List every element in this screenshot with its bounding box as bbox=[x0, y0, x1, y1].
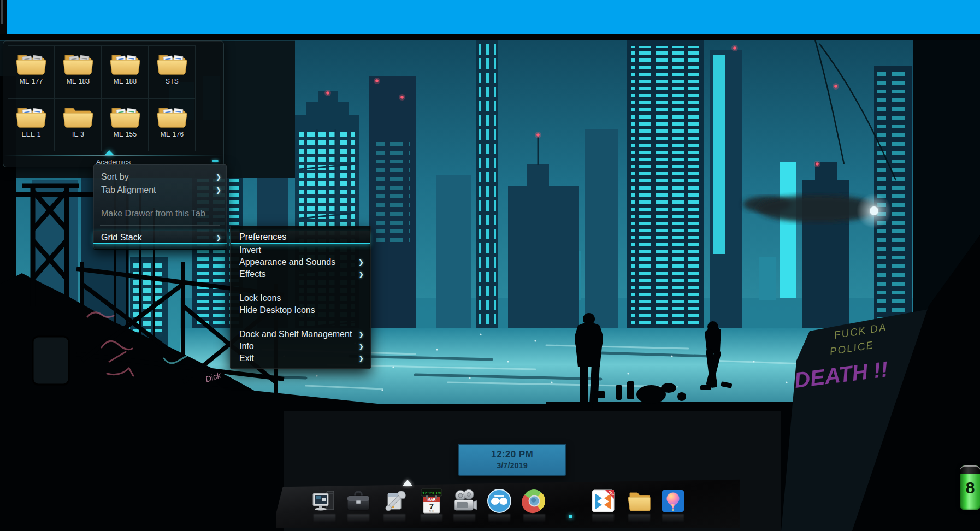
submenu-item-lock-icons[interactable]: Lock Icons bbox=[231, 292, 370, 304]
folder-label: ME 155 bbox=[114, 131, 137, 138]
folder-icon: PDF bbox=[157, 51, 187, 76]
folder-label: EEE 1 bbox=[21, 131, 40, 138]
folder-icon: PDF bbox=[110, 104, 140, 129]
folder-shortcut[interactable]: PDF ME 177 bbox=[8, 45, 55, 98]
folder-icon[interactable] bbox=[627, 488, 652, 514]
submenu-item-appearance-and-sounds[interactable]: Appearance and Sounds ❯ bbox=[231, 256, 370, 268]
submenu-item-preferences[interactable]: Preferences bbox=[231, 231, 370, 244]
dock: 12:20 PM MAR 7 THU bbox=[276, 476, 740, 529]
submenu-group-gap bbox=[231, 280, 370, 292]
folder-shortcut[interactable]: PDF ME 176 bbox=[149, 98, 196, 151]
battery-widget[interactable]: 8 bbox=[960, 465, 980, 510]
calendar-clock-icon[interactable]: 12:20 PM MAR 7 THU bbox=[419, 488, 444, 514]
folder-label: ME 183 bbox=[67, 78, 90, 85]
settings-wrench-icon[interactable] bbox=[382, 488, 407, 514]
folder-shortcut[interactable]: PDF ME 155 bbox=[102, 98, 149, 151]
svg-text:12:20 PM: 12:20 PM bbox=[422, 491, 441, 495]
submenu-item-dock-and-shelf-management[interactable]: Dock and Shelf Management ❯ bbox=[231, 328, 370, 340]
folder-icon: PDF bbox=[16, 104, 46, 129]
submenu-item-invert[interactable]: Invert bbox=[231, 244, 370, 256]
running-indicator-dot bbox=[569, 515, 572, 518]
chrome-browser-icon[interactable] bbox=[522, 488, 547, 514]
maps-balloon-icon[interactable] bbox=[660, 488, 686, 514]
folder-icon: PDF bbox=[63, 104, 93, 129]
submenu-arrow-icon: ❯ bbox=[358, 352, 364, 364]
submenu-item-hide-desktop-icons[interactable]: Hide Desktop Icons bbox=[231, 304, 370, 316]
submenu-arrow-icon: ❯ bbox=[358, 268, 364, 280]
submenu-item-info[interactable]: Info ❯ bbox=[231, 340, 370, 352]
folder-shortcut[interactable]: PDF IE 3 bbox=[55, 98, 102, 151]
submenu-arrow-icon: ❯ bbox=[216, 184, 221, 197]
window-titlebar[interactable] bbox=[7, 0, 980, 34]
submenu-arrow-icon: ❯ bbox=[216, 170, 221, 184]
fence-panel: PDF ME 177 PDF ME 183 bbox=[3, 40, 224, 167]
menu-item-grid-stack[interactable]: Grid Stack ❯ bbox=[93, 231, 227, 244]
tab-pointer-icon bbox=[104, 150, 114, 155]
submenu-item-effects[interactable]: Effects ❯ bbox=[231, 268, 370, 280]
menu-item-tab-alignment[interactable]: Tab Alignment ❯ bbox=[93, 184, 227, 197]
grid-stack-submenu: Preferences Invert Appearance and Sounds… bbox=[230, 226, 371, 369]
folder-label: STS bbox=[166, 78, 179, 85]
clock-date: 3/7/2019 bbox=[459, 461, 565, 470]
briefcase-icon[interactable] bbox=[346, 488, 371, 514]
submenu-arrow-icon: ❯ bbox=[216, 231, 221, 244]
submenu-arrow-icon: ❯ bbox=[358, 340, 364, 352]
folder-label: ME 177 bbox=[20, 78, 43, 85]
fence-collapse-dash-icon[interactable] bbox=[212, 160, 219, 162]
submenu-group-gap bbox=[231, 316, 370, 328]
movie-camera-icon[interactable] bbox=[452, 488, 477, 514]
menu-item-make-drawer[interactable]: Make Drawer from this Tab bbox=[93, 207, 227, 220]
folder-icon: PDF bbox=[16, 51, 46, 76]
submenu-item-exit[interactable]: Exit ❯ bbox=[231, 352, 370, 364]
folder-shortcut[interactable]: PDF ME 188 bbox=[102, 45, 149, 98]
titlebar-shadow bbox=[0, 34, 980, 40]
menu-separator bbox=[100, 202, 220, 202]
folder-icon: PDF bbox=[63, 51, 93, 76]
computer-icon[interactable] bbox=[312, 488, 337, 514]
clock-time: 12:20 PM bbox=[459, 449, 565, 460]
desktop: FUCK DA POLICE DEATH !! Dick bbox=[0, 0, 980, 531]
menu-item-sort-by[interactable]: Sort by ❯ bbox=[93, 170, 227, 184]
submenu-arrow-icon: ❯ bbox=[358, 256, 364, 268]
arrow-up-icon bbox=[403, 480, 412, 486]
folder-icon: PDF bbox=[157, 104, 187, 129]
tab-glow-line bbox=[3, 155, 223, 156]
battery-percent: 8 bbox=[960, 479, 980, 497]
folder-label: ME 176 bbox=[161, 131, 184, 138]
folder-shortcut[interactable]: PDF STS bbox=[149, 45, 196, 98]
menu-separator bbox=[100, 225, 220, 226]
folder-shortcut[interactable]: PDF ME 183 bbox=[55, 45, 102, 98]
svg-text:THU: THU bbox=[429, 510, 434, 513]
fence-grid: PDF ME 177 PDF ME 183 bbox=[8, 45, 196, 151]
folder-icon: PDF bbox=[110, 51, 140, 76]
xodo-pdf-icon[interactable]: PDF bbox=[591, 488, 616, 514]
screen-edge-strip bbox=[0, 0, 7, 34]
submenu-arrow-icon: ❯ bbox=[358, 328, 364, 340]
clock-widget[interactable]: 12:20 PM 3/7/2019 bbox=[458, 444, 566, 476]
svg-text:7: 7 bbox=[429, 502, 434, 511]
folder-shortcut[interactable]: PDF EEE 1 bbox=[8, 98, 55, 151]
folder-label: IE 3 bbox=[72, 131, 84, 138]
mustache-icon[interactable] bbox=[487, 488, 512, 514]
edge-groove bbox=[1, 0, 3, 24]
context-menu: Sort by ❯ Tab Alignment ❯ Make Drawer fr… bbox=[93, 164, 227, 250]
folder-label: ME 188 bbox=[114, 78, 137, 85]
svg-text:MAR: MAR bbox=[428, 498, 436, 502]
